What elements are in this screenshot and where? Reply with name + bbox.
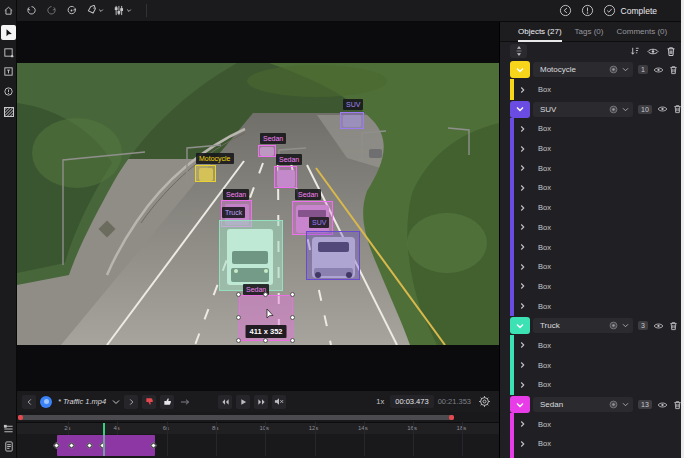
play-button[interactable] (236, 395, 250, 409)
next-item-button[interactable] (124, 395, 138, 409)
prev-frame-button[interactable] (218, 395, 232, 409)
annotation-box[interactable] (340, 112, 364, 129)
report-document-icon[interactable] (1, 439, 16, 454)
sort-icon[interactable] (630, 46, 640, 56)
group-eye-icon[interactable] (657, 105, 668, 113)
group-color-chevron[interactable] (510, 396, 530, 413)
annotation-box[interactable] (195, 165, 216, 182)
skip-arrow-icon[interactable] (178, 395, 192, 409)
reset-icon[interactable] (66, 5, 77, 16)
box-row[interactable]: Box (500, 355, 682, 375)
video-frame[interactable]: SUVSedanMotocycleSedanSedanTruckSedanSUV… (17, 63, 499, 345)
selection-handle[interactable] (290, 292, 295, 297)
selection-handle[interactable] (236, 315, 241, 320)
box-chevron-icon[interactable] (520, 86, 525, 94)
object-group-row[interactable]: SUV 10 (500, 99, 682, 119)
box-row[interactable]: Box (500, 139, 682, 159)
keyframe-diamond[interactable] (86, 442, 93, 449)
settings-gear-icon[interactable] (478, 395, 491, 408)
box-chevron-icon[interactable] (520, 361, 525, 369)
prev-item-button[interactable] (22, 395, 36, 409)
group-color-chevron[interactable] (510, 61, 530, 78)
back-circle-icon[interactable] (559, 4, 572, 17)
group-dropdown-icon[interactable] (622, 323, 629, 328)
group-eye-icon[interactable] (653, 322, 664, 330)
box-chevron-icon[interactable] (520, 223, 525, 231)
box-row[interactable]: Box (500, 454, 682, 458)
box-row[interactable]: Box (500, 158, 682, 178)
complete-button[interactable]: Complete (603, 4, 657, 17)
selection-handle[interactable] (290, 338, 295, 343)
group-dropdown-icon[interactable] (622, 67, 629, 72)
box-row[interactable]: Box (500, 198, 682, 218)
next-frame-button[interactable] (254, 395, 268, 409)
box-chevron-icon[interactable] (520, 282, 525, 290)
annotation-label[interactable]: Sedan (223, 189, 249, 200)
select-tool[interactable] (1, 25, 16, 40)
text-tool[interactable] (1, 64, 16, 79)
annotation-box[interactable] (258, 145, 276, 157)
annotation-box[interactable] (219, 220, 283, 291)
annotation-box[interactable] (306, 231, 360, 280)
box-row[interactable]: Box (500, 414, 682, 434)
reorder-handle-icon[interactable] (510, 44, 527, 58)
group-trash-icon[interactable] (669, 65, 678, 75)
model-circle-icon[interactable] (609, 65, 618, 74)
video-canvas[interactable]: SUVSedanMotocycleSedanSedanTruckSedanSUV… (17, 22, 499, 390)
keyframe-diamond[interactable] (150, 442, 157, 449)
group-dropdown-icon[interactable] (622, 402, 629, 407)
tag-icon[interactable] (86, 5, 105, 16)
box-row[interactable]: Box (500, 237, 682, 257)
group-eye-icon[interactable] (657, 401, 668, 409)
group-dropdown-icon[interactable] (622, 107, 629, 112)
group-pill[interactable]: Sedan (533, 397, 633, 412)
box-row[interactable]: Box (500, 375, 682, 395)
filters-icon[interactable] (114, 5, 133, 16)
box-chevron-icon[interactable] (520, 440, 525, 448)
layers-list-icon[interactable] (1, 421, 16, 436)
group-pill[interactable]: Motocycle (533, 62, 633, 77)
playhead[interactable] (103, 423, 105, 435)
redo-icon[interactable] (46, 5, 57, 16)
keyframe-diamond[interactable] (68, 442, 75, 449)
selection-handle[interactable] (263, 292, 268, 297)
thumbs-down-button[interactable] (142, 395, 156, 409)
box-chevron-icon[interactable] (520, 164, 525, 172)
mask-tool[interactable] (1, 104, 16, 119)
tab-comments[interactable]: Comments (0) (616, 22, 667, 42)
box-chevron-icon[interactable] (520, 302, 525, 310)
group-trash-icon[interactable] (669, 321, 678, 331)
keyframe-diamond[interactable] (53, 442, 60, 449)
box-chevron-icon[interactable] (520, 341, 525, 349)
selection-handle[interactable] (236, 338, 241, 343)
box-chevron-icon[interactable] (520, 184, 525, 192)
box-chevron-icon[interactable] (520, 243, 525, 251)
box-chevron-icon[interactable] (520, 145, 525, 153)
model-circle-icon[interactable] (609, 105, 618, 114)
undo-icon[interactable] (26, 5, 37, 16)
box-row[interactable]: Box (500, 277, 682, 297)
object-group-row[interactable]: Sedan 13 (500, 395, 682, 415)
selection-handle[interactable] (263, 338, 268, 343)
delete-all-trash-icon[interactable] (666, 46, 676, 57)
box-chevron-icon[interactable] (520, 125, 525, 133)
tab-objects[interactable]: Objects (27) (518, 22, 562, 42)
group-color-chevron[interactable] (510, 317, 530, 334)
issue-circle-icon[interactable] (581, 4, 594, 17)
group-color-chevron[interactable] (510, 101, 530, 118)
speed-label[interactable]: 1x (376, 397, 384, 406)
object-group-row[interactable]: Truck 3 (500, 316, 682, 336)
box-row[interactable]: Box (500, 119, 682, 139)
bounding-box-tool[interactable] (1, 45, 16, 60)
box-row[interactable]: Box (500, 218, 682, 238)
show-all-eye-icon[interactable] (647, 47, 659, 56)
box-row[interactable]: Box (500, 336, 682, 356)
box-row[interactable]: Box (500, 434, 682, 454)
box-chevron-icon[interactable] (520, 381, 525, 389)
thumbs-up-button[interactable] (160, 395, 174, 409)
box-row[interactable]: Box (500, 257, 682, 277)
issue-tool[interactable] (1, 84, 16, 99)
model-circle-icon[interactable] (609, 321, 618, 330)
box-chevron-icon[interactable] (520, 263, 525, 271)
annotation-label[interactable]: Truck (222, 207, 245, 218)
